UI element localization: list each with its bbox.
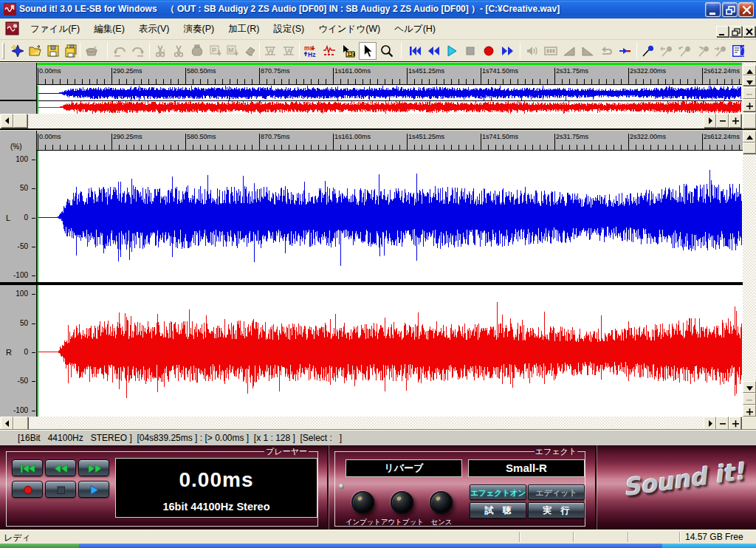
cd-import-icon[interactable] — [84, 44, 100, 60]
fade-in-icon[interactable] — [562, 44, 578, 60]
effect-execute-button[interactable]: 実 行 — [528, 502, 585, 518]
close-button[interactable] — [738, 2, 754, 17]
save-copy-icon[interactable] — [63, 44, 80, 60]
fast-forward-icon[interactable] — [500, 44, 516, 60]
fade-out-icon[interactable] — [580, 44, 597, 60]
system-tray-edge[interactable] — [662, 544, 756, 548]
menu-item-7[interactable]: ウインドウ(W) — [312, 21, 386, 37]
hscroll-left-button[interactable] — [1, 417, 13, 430]
cut-icon[interactable] — [153, 44, 169, 60]
overview-vzoom-out-button[interactable] — [743, 87, 756, 99]
scrollbar-track[interactable] — [743, 131, 756, 417]
vzoom-in-button[interactable] — [743, 405, 756, 417]
zoom-tool-icon[interactable] — [379, 44, 396, 60]
menu-item-5[interactable]: 加工(R) — [222, 21, 265, 37]
vscroll-down-button[interactable] — [743, 381, 756, 393]
record-button[interactable] — [12, 481, 43, 498]
vscroll-thumb[interactable] — [743, 143, 756, 154]
hscroll-right-button[interactable] — [704, 417, 716, 430]
time-unit-ms-hz-icon[interactable]: msHz — [303, 44, 319, 60]
overview-scroll-thumb[interactable] — [13, 114, 27, 128]
erase-icon[interactable] — [242, 44, 258, 60]
speaker-icon[interactable] — [525, 44, 541, 60]
overview-zoom-in-button[interactable] — [729, 114, 741, 128]
menu-item-1[interactable]: ファイル(F) — [24, 21, 86, 37]
effect-edit-button[interactable]: エディット — [528, 484, 585, 500]
gain-icon[interactable]: A — [263, 44, 279, 60]
hscroll-thumb[interactable] — [13, 417, 28, 430]
play-button[interactable] — [78, 481, 109, 498]
record-icon[interactable] — [481, 44, 498, 60]
rewind-icon[interactable] — [426, 44, 442, 60]
vzoom-out-button[interactable] — [743, 393, 756, 405]
main-time-ruler[interactable]: 0.00ms290.25ms580.50ms870.75ms1s161.00ms… — [37, 131, 743, 151]
menu-item-3[interactable]: 表示(V) — [133, 21, 176, 37]
loop-icon[interactable] — [599, 44, 615, 60]
stop-button[interactable] — [45, 481, 76, 498]
vscroll-up-button[interactable] — [743, 131, 756, 143]
paste-icon[interactable] — [190, 44, 206, 60]
child-restore-button[interactable] — [729, 26, 742, 37]
edit-list-icon[interactable] — [731, 44, 747, 60]
select-tool-icon[interactable] — [359, 42, 377, 60]
restore-button[interactable] — [722, 2, 738, 17]
overview-vertical-zoom-controls[interactable] — [743, 63, 756, 130]
vertical-scrollbar[interactable] — [743, 131, 756, 417]
skip-to-start-button[interactable] — [12, 459, 43, 476]
pen-prev-icon[interactable] — [659, 44, 676, 60]
undo-icon[interactable] — [112, 44, 128, 60]
pen-draw-icon[interactable] — [641, 44, 657, 60]
waveform-right-channel[interactable] — [37, 285, 743, 417]
menu-item-6[interactable]: 設定(S) — [268, 21, 311, 37]
effect-on-button[interactable]: エフェクトオン — [470, 484, 526, 500]
child-close-button[interactable] — [743, 26, 755, 37]
overview-vscroll-up-button[interactable] — [743, 65, 756, 75]
overview-waveform-left[interactable] — [37, 86, 742, 100]
overview-scroll-right-button[interactable] — [704, 114, 716, 128]
position-input-icon[interactable]: 124 — [340, 44, 357, 60]
skip-to-start-icon[interactable] — [408, 44, 424, 60]
play-icon[interactable] — [444, 44, 461, 60]
locate-icon[interactable] — [617, 44, 633, 60]
rewind-button[interactable] — [45, 459, 76, 476]
menu-item-4[interactable]: 演奏(P) — [177, 21, 220, 37]
pen-redo-icon[interactable] — [696, 44, 712, 60]
video-sync-icon[interactable] — [543, 44, 560, 60]
hzoom-in-button[interactable] — [729, 417, 741, 430]
horizontal-scrollbar[interactable] — [0, 417, 756, 430]
wave-marker-icon[interactable] — [322, 44, 338, 60]
paste-special-icon[interactable]: P — [208, 44, 224, 60]
scrollbar-track[interactable] — [0, 417, 743, 430]
overview-vzoom-in-button[interactable] — [743, 99, 756, 112]
taskbar-edge[interactable] — [79, 544, 662, 548]
overview-corner-filler[interactable] — [743, 113, 756, 129]
overview-waveform-right[interactable] — [37, 101, 742, 114]
effect-audition-button[interactable]: 試 聴 — [470, 502, 526, 518]
toolbar-grip[interactable] — [2, 43, 4, 59]
redo-icon[interactable] — [131, 44, 147, 60]
new-file-icon[interactable] — [10, 44, 27, 60]
scrollbar-track[interactable] — [0, 114, 743, 128]
knob-2[interactable] — [391, 491, 413, 514]
trim-icon[interactable] — [171, 44, 188, 60]
overview-horizontal-scrollbar[interactable] — [0, 114, 743, 128]
open-file-icon[interactable] — [28, 44, 44, 60]
overview-zoom-out-button[interactable] — [716, 114, 729, 128]
minimize-button[interactable] — [705, 2, 721, 17]
stop-icon[interactable] — [463, 44, 479, 60]
hzoom-out-button[interactable] — [716, 417, 729, 430]
normalize-icon[interactable]: A — [281, 44, 298, 60]
start-button-edge[interactable] — [0, 544, 79, 548]
pen-next-icon[interactable] — [713, 44, 729, 60]
waveform-left-channel[interactable] — [37, 151, 743, 282]
menu-item-2[interactable]: 編集(E) — [88, 21, 131, 37]
overview-vscroll-down-button[interactable] — [743, 75, 756, 86]
overview-scroll-left-button[interactable] — [1, 114, 13, 128]
fast-forward-button[interactable] — [78, 459, 109, 476]
knob-3[interactable] — [430, 491, 453, 514]
pen-undo-icon[interactable] — [678, 44, 694, 60]
overview-time-ruler[interactable]: 0.00ms290.25ms580.50ms870.75ms1s161.00ms… — [37, 65, 742, 85]
save-file-icon[interactable] — [46, 44, 62, 60]
knob-1[interactable] — [351, 491, 374, 514]
menu-item-8[interactable]: ヘルプ(H) — [388, 21, 441, 37]
